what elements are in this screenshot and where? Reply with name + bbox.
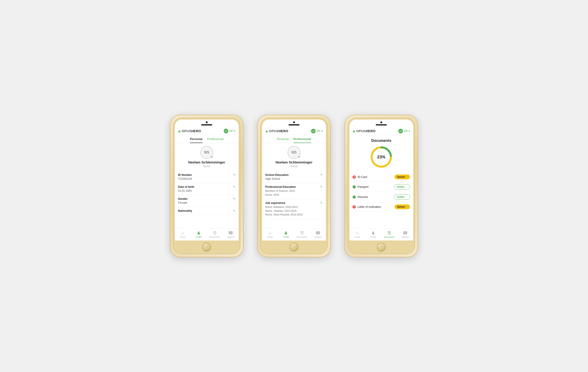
progress-container: 23% [353, 145, 410, 169]
logo-hero-2: HERO [279, 129, 288, 133]
doc-name-resume: Resume [358, 196, 368, 199]
upload-id-button[interactable]: Upload → [395, 175, 410, 179]
doc-row-motivation: ✕ Letter of motivation Upload → [353, 202, 410, 212]
doc-left-resume: ✓ Resume [353, 196, 368, 199]
bottom-nav-1: ⌂ Home ♟ Profile ☰ Documents ☎ [175, 228, 239, 241]
doc-name-id: ID Card [358, 175, 367, 179]
doc-name-motivation: Letter of motivation [358, 205, 381, 208]
camera-1 [206, 121, 208, 123]
phone-1: ◈ OPUSHERO DP DP ▾ [170, 115, 243, 257]
nav-profile-2[interactable]: ♟ Profile [280, 230, 292, 238]
tab-professional-2[interactable]: Professional [293, 137, 311, 143]
field-value-dob: 01.01.1991 [178, 189, 235, 192]
edit-gender-icon[interactable]: ✎ [233, 197, 235, 200]
tabs-1: Personal Professional [175, 135, 239, 143]
field-label-id: ID Number [178, 173, 192, 176]
phones-container: ◈ OPUSHERO DP DP ▾ [170, 115, 418, 257]
header-right-3[interactable]: DP DP ▾ [398, 129, 410, 133]
logo-text-3: OPUSHERO [356, 129, 376, 133]
docs-title: Documents [353, 139, 410, 143]
user-initials-1: DP [229, 130, 233, 133]
edit-avatar-icon-1[interactable]: ✎ [211, 156, 213, 158]
nav-label-home-3: Home [355, 236, 360, 238]
field-value-school: High School [265, 177, 323, 180]
nav-profile-3[interactable]: ♟ Profile [368, 230, 379, 238]
nav-home-1[interactable]: ⌂ Home [177, 230, 189, 238]
phone-bottom-3 [349, 241, 413, 252]
logo-hero-1: HERO [191, 129, 201, 133]
tab-professional-1[interactable]: Professional [207, 137, 224, 143]
nav-label-profile-3: Profile [370, 236, 376, 238]
doc-row-resume: ✓ Resume Update → [353, 192, 410, 202]
support-icon-2: ☎ [315, 230, 320, 235]
home-button-2[interactable] [290, 243, 298, 251]
status-dot-resume: ✓ [353, 196, 356, 199]
logo-opus-3: OPUS [356, 129, 366, 133]
nav-label-documents-3: Documents [384, 236, 395, 238]
nav-documents-2[interactable]: ☰ Documents [296, 230, 308, 238]
doc-row-passport: ✓ Passport Update → [353, 182, 410, 192]
update-passport-button[interactable]: Update → [394, 184, 410, 189]
avatar-initials-2: NS [292, 150, 296, 154]
nav-label-support-2: Support [314, 236, 322, 238]
edit-profedu-icon[interactable]: ✎ [320, 185, 323, 188]
app-header-1: ◈ OPUSHERO DP DP ▾ [175, 126, 239, 135]
home-button-1[interactable] [203, 243, 211, 251]
profile-icon-3: ♟ [371, 230, 375, 235]
field-value-gender: Female [178, 201, 235, 204]
edit-jobexp-icon[interactable]: ✎ [320, 201, 323, 205]
tab-personal-2[interactable]: Personal [277, 137, 288, 143]
logo-2: ◈ OPUSHERO [265, 129, 288, 133]
user-initials-3: DP [404, 130, 408, 133]
nav-support-3[interactable]: ☎ Support [399, 230, 411, 238]
bottom-nav-3: ⌂ Home ♟ Profile ☰ Documents ☎ [349, 228, 413, 241]
nav-documents-3[interactable]: ☰ Documents [384, 230, 395, 238]
doc-left-passport: ✓ Passport [353, 185, 368, 188]
support-icon-3: ☎ [403, 230, 408, 235]
nav-label-home-2: Home [267, 236, 273, 238]
nav-label-support-1: Support [227, 236, 234, 238]
header-right-1[interactable]: DP DP ▾ [224, 129, 235, 133]
logo-opus-2: OPUS [269, 129, 279, 133]
tabs-2: Personal Professional [262, 135, 326, 143]
field-label-dob: Date of birth [178, 185, 194, 188]
update-resume-button[interactable]: Update → [394, 194, 410, 199]
phone-top-3 [349, 120, 413, 126]
edit-id-icon[interactable]: ✎ [233, 173, 235, 176]
edit-nationality-icon[interactable]: ✎ [233, 209, 235, 212]
nav-home-3[interactable]: ⌂ Home [352, 230, 363, 238]
phone-top-2 [262, 120, 326, 126]
upload-motivation-button[interactable]: Upload → [395, 204, 410, 209]
field-nationality: Nationality ✎ [178, 207, 235, 215]
edit-avatar-icon-2[interactable]: ✎ [298, 156, 300, 158]
phone-bottom-2 [262, 241, 326, 252]
header-avatar-3: DP [398, 129, 403, 133]
doc-left-motivation: ✕ Letter of motivation [353, 205, 381, 208]
nav-profile-1[interactable]: ♟ Profile [193, 230, 204, 238]
nav-home-2[interactable]: ⌂ Home [264, 230, 276, 238]
camera-2 [293, 121, 295, 123]
header-right-2[interactable]: DP DP ▾ [311, 129, 323, 133]
field-value-jobexp: Nurse, Asklepios, 2015-2019Nurse, Vivant… [265, 205, 323, 217]
tab-personal-1[interactable]: Personal [190, 137, 203, 143]
header-avatar-1: DP [224, 129, 228, 133]
field-job-exp: Job experience ✎ Nurse, Asklepios, 2015-… [265, 199, 323, 219]
content-3: Documents 23% [349, 135, 413, 228]
user-name-1: Neelam Schlemminger [188, 160, 225, 164]
edit-dob-icon[interactable]: ✎ [233, 185, 235, 188]
avatar-section-1: NS ✎ Neelam Schlemminger Nurse [178, 146, 235, 168]
logo-hero-3: HERO [366, 129, 376, 133]
nav-label-profile-1: Profile [196, 236, 202, 238]
avatar-section-2: NS ✎ Neelam Schlemminger Nurse [265, 146, 323, 168]
edit-school-icon[interactable]: ✎ [320, 173, 323, 176]
nav-documents-1[interactable]: ☰ Documents [209, 230, 220, 238]
logo-icon-1: ◈ [178, 129, 181, 133]
nav-support-2[interactable]: ☎ Support [312, 230, 324, 238]
user-initials-2: DP [316, 130, 320, 133]
app-screen-2: ◈ OPUSHERO DP DP ▾ [262, 126, 326, 241]
home-button-3[interactable] [377, 243, 385, 251]
nav-support-1[interactable]: ☎ Support [225, 230, 236, 238]
phone-3: ◈ OPUSHERO DP DP ▾ [345, 115, 418, 257]
status-dot-motivation: ✕ [353, 205, 356, 208]
app-header-2: ◈ OPUSHERO DP DP ▾ [262, 126, 326, 135]
